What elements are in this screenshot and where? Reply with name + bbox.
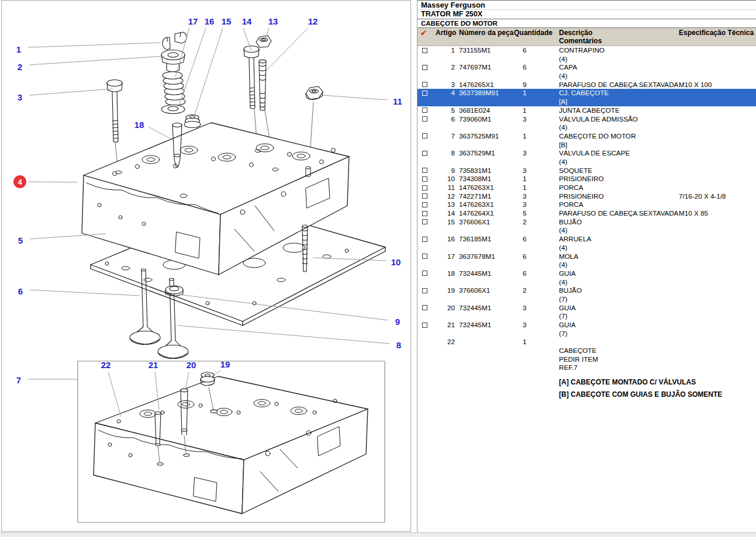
table-row[interactable]: 10734308M11PRISIONEIRO	[417, 175, 756, 183]
select-all-checkmark-icon[interactable]: ✔	[420, 29, 427, 37]
cell-quantity: 1	[523, 175, 527, 183]
row-checkbox[interactable]	[422, 65, 427, 70]
callout-8[interactable]: 8	[396, 340, 401, 350]
callout-17[interactable]: 17	[188, 16, 198, 26]
callout-4[interactable]: 4	[18, 178, 22, 186]
table-row[interactable]: 18732445M16GUIA(4)	[417, 269, 756, 286]
cell-description: PORCA	[559, 200, 756, 209]
row-checkbox[interactable]	[422, 168, 427, 173]
table-row[interactable]: 15376606X12BUJÃO(4)	[417, 218, 756, 235]
table-row[interactable]: 141476264X15PARAFUSO DE CABEÇA SEXTAVADA…	[417, 209, 756, 218]
row-checkbox[interactable]	[422, 271, 427, 276]
cell-description: CABEÇOTEPEDIR ITEMREF.7	[559, 338, 756, 372]
callout-18[interactable]: 18	[134, 120, 144, 130]
cell-artigo: 9	[434, 167, 455, 175]
cell-part-number: 747697M1	[459, 63, 491, 72]
cell-artigo: 5	[434, 106, 455, 115]
leader-line	[177, 325, 389, 344]
callout-3[interactable]: 3	[18, 92, 22, 102]
callout-1[interactable]: 1	[16, 44, 21, 54]
cell-artigo: 3	[434, 81, 455, 89]
row-checkbox[interactable]	[422, 288, 427, 293]
table-row[interactable]: 6739060M13VÁLVULA DE ADMISSÃO(4)	[417, 115, 756, 132]
row-checkbox[interactable]	[422, 151, 427, 156]
column-header-description[interactable]: Descrição	[559, 29, 592, 37]
callout-15[interactable]: 15	[222, 16, 232, 26]
leader-line	[29, 89, 113, 95]
callout-6[interactable]: 6	[18, 286, 23, 296]
cell-quantity: 6	[523, 269, 527, 278]
table-row[interactable]: 19376606X12BUJÃO(7)	[417, 286, 756, 303]
table-row[interactable]: 221 CABEÇOTEPEDIR ITEMREF.7	[417, 338, 756, 372]
row-checkbox[interactable]	[422, 91, 427, 96]
cell-quantity: 3	[523, 304, 527, 313]
table-row[interactable]: 2747697M16CAPA(4)	[417, 63, 756, 80]
table-row[interactable]: 111476263X11PORCA	[417, 183, 756, 192]
callout-16[interactable]: 16	[205, 16, 215, 26]
callout-7[interactable]: 7	[16, 375, 21, 385]
table-row[interactable]: 73637525M911CABEÇOTE DO MOTOR[B]	[417, 132, 756, 149]
leader-line	[108, 372, 121, 417]
row-checkbox[interactable]	[422, 133, 427, 138]
row-checkbox[interactable]	[422, 48, 427, 53]
table-row[interactable]: 21732445M13GUIA(7)	[417, 321, 756, 338]
table-row[interactable]: 16736185M16ARRUELA(4)	[417, 235, 756, 252]
table-row[interactable]: 173637678M16MOLA(4)	[417, 252, 756, 269]
cell-description: SOQUETE	[559, 167, 756, 175]
callout-11[interactable]: 11	[393, 96, 402, 106]
row-checkbox[interactable]	[422, 202, 427, 207]
callout-12[interactable]: 12	[308, 16, 318, 26]
cell-description: VÁLVULA DE ADMISSÃO(4)	[559, 115, 756, 132]
cell-quantity: 2	[523, 218, 527, 227]
row-checkbox[interactable]	[422, 108, 427, 113]
callout-22[interactable]: 22	[101, 360, 111, 370]
callout-19[interactable]: 19	[220, 359, 230, 369]
leader-line	[266, 28, 308, 71]
row-checkbox[interactable]	[422, 323, 427, 328]
column-header-spec[interactable]: Especificação Técnica	[679, 29, 754, 37]
table-row[interactable]: 131476263X13PORCA	[417, 200, 756, 209]
callout-14[interactable]: 14	[242, 16, 252, 26]
row-checkbox[interactable]	[422, 219, 427, 224]
cell-quantity: 1	[523, 338, 527, 347]
row-checkbox[interactable]	[422, 254, 427, 259]
cell-artigo: 7	[434, 132, 455, 141]
column-header-comments[interactable]: Comentários	[559, 37, 602, 45]
column-header-quantity[interactable]: Quantidade	[514, 29, 553, 37]
cell-artigo: 15	[434, 218, 455, 227]
table-row[interactable]: 9735831M13SOQUETE	[417, 167, 756, 175]
row-checkbox[interactable]	[422, 82, 427, 87]
callout-5[interactable]: 5	[18, 235, 23, 245]
row-checkbox[interactable]	[422, 237, 427, 242]
cell-artigo: 12	[434, 192, 455, 201]
row-checkbox[interactable]	[422, 193, 427, 199]
callout-10[interactable]: 10	[391, 257, 401, 267]
table-row[interactable]: 53681E0241JUNTA CABEÇOTE	[417, 106, 756, 115]
row-checkbox[interactable]	[422, 116, 427, 122]
cell-description: ARRUELA(4)	[559, 235, 756, 252]
cell-description: BUJÃO(7)	[559, 286, 756, 303]
table-row[interactable]: 83637529M13VÁLVULA DE ESCAPE(4)	[417, 149, 756, 166]
callout-20[interactable]: 20	[187, 360, 196, 370]
column-header-part-number[interactable]: Número da peça	[459, 29, 513, 37]
row-checkbox[interactable]	[422, 211, 427, 216]
table-row[interactable]: 1731155M16CONTRAPINO(4)	[417, 46, 756, 63]
column-header-artigo[interactable]: Artigo	[436, 29, 456, 37]
row-checkbox[interactable]	[422, 176, 427, 182]
callout-2[interactable]: 2	[18, 62, 22, 72]
diagram-panel: 12345678910111213141516171819202122	[1, 0, 411, 532]
callout-9[interactable]: 9	[395, 317, 400, 327]
cell-artigo: 6	[434, 115, 455, 124]
cell-spec: M10 X 85	[679, 209, 708, 218]
row-checkbox[interactable]	[422, 185, 427, 190]
callout-13[interactable]: 13	[268, 16, 278, 26]
cell-part-number: 1476263X1	[459, 200, 494, 209]
section-title: CABEÇOTE DO MOTOR	[417, 19, 756, 28]
row-checkbox[interactable]	[422, 305, 427, 310]
footnote: [B] CABEÇOTE COM GUIAS E BUJÃO SOMENTE	[559, 390, 756, 399]
table-row[interactable]: 20732445M13GUIA(7)	[417, 304, 756, 321]
table-row[interactable]: 31476265X19PARAFUSO DE CABEÇA SEXTAVADAM…	[417, 81, 756, 89]
table-row[interactable]: 43637389M911CJ. CABEÇOTE[A]	[417, 89, 756, 106]
table-row[interactable]: 12742271M13PRISIONEIRO7/16-20 X 4-1/8	[417, 192, 756, 201]
callout-21[interactable]: 21	[149, 360, 158, 370]
